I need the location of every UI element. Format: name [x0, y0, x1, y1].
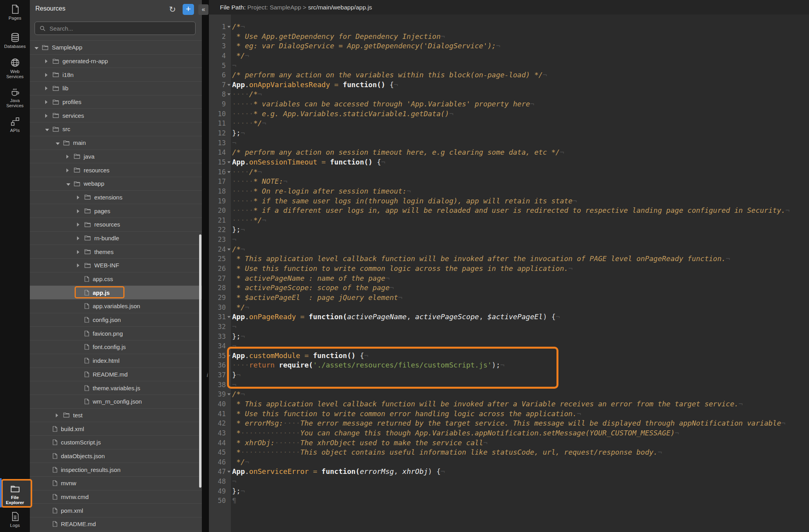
tree-item-app.js[interactable]: app.js: [30, 286, 202, 300]
caret-right-icon[interactable]: [66, 153, 74, 160]
line-number: 4: [209, 51, 231, 61]
caret-right-icon[interactable]: [77, 194, 84, 201]
tree-item-web-inf[interactable]: WEB-INF: [30, 259, 202, 272]
tree-item-mvnw.cmd[interactable]: mvnw.cmd: [30, 490, 202, 504]
tree-item-java[interactable]: java: [30, 150, 202, 164]
tree-item-services[interactable]: services: [30, 109, 202, 122]
caret-right-icon[interactable]: [77, 249, 84, 255]
tree-item-main[interactable]: main: [30, 136, 202, 150]
search-input[interactable]: [49, 25, 195, 32]
file-icon: [84, 344, 89, 350]
caret-down-icon[interactable]: [45, 126, 53, 132]
rail-item-apis[interactable]: APIs: [0, 116, 30, 133]
fold-arrow-icon[interactable]: [227, 393, 231, 395]
caret-right-icon[interactable]: [56, 412, 63, 419]
tree-item-wm-rn-config.json[interactable]: wm_rn_config.json: [30, 395, 202, 409]
caret-right-icon[interactable]: [66, 167, 74, 174]
tree-item-build.xml[interactable]: build.xml: [30, 422, 202, 436]
caret-right-icon[interactable]: [77, 262, 84, 269]
eol-marker: ¬: [232, 235, 236, 243]
code-line: ¶: [232, 496, 809, 506]
rail-item-java-services[interactable]: JavaServices: [0, 86, 30, 108]
tree-item-font.config.js[interactable]: font.config.js: [30, 340, 202, 354]
rail-item-web-services[interactable]: WebServices: [0, 57, 30, 79]
fold-arrow-icon[interactable]: [227, 316, 231, 318]
code-area[interactable]: 1234567891011121314151617181920212223242…: [209, 15, 809, 532]
tree-item-label: src: [62, 126, 70, 132]
tree-item-app.variables.json[interactable]: app.variables.json: [30, 300, 202, 313]
tree-item-resources[interactable]: resources: [30, 163, 202, 177]
line-number: 41: [209, 409, 231, 419]
collapse-panel-icon[interactable]: «: [198, 4, 209, 15]
tree-item-i18n[interactable]: i18n: [30, 68, 202, 82]
tree-item-config.json[interactable]: config.json: [30, 313, 202, 327]
tree-item-profiles[interactable]: profiles: [30, 95, 202, 109]
fold-arrow-icon[interactable]: [227, 26, 231, 28]
tree-item-label: wm_rn_config.json: [93, 398, 142, 405]
eol-marker: ¬: [241, 129, 245, 137]
tree-item-mvnw[interactable]: mvnw: [30, 477, 202, 490]
fold-arrow-icon[interactable]: [227, 249, 231, 250]
add-resource-button[interactable]: +: [183, 4, 194, 15]
tree-scrollbar-thumb[interactable]: [199, 234, 201, 488]
tree-item-lib[interactable]: lib: [30, 82, 202, 95]
caret-down-icon[interactable]: [66, 180, 74, 187]
fold-arrow-icon[interactable]: [227, 161, 231, 163]
tree-item-src[interactable]: src: [30, 122, 202, 136]
caret-right-icon[interactable]: [77, 208, 84, 214]
caret-down-icon[interactable]: [56, 139, 63, 146]
caret-right-icon[interactable]: [45, 71, 53, 78]
caret-right-icon[interactable]: [45, 99, 53, 105]
tree-item-favicon.png[interactable]: favicon.png: [30, 327, 202, 340]
tree-item-dataobjects.json[interactable]: dataObjects.json: [30, 450, 202, 463]
rail-item-pages[interactable]: Pages: [0, 4, 30, 21]
caret-right-icon[interactable]: [77, 221, 84, 228]
tree-item-rn-bundle[interactable]: rn-bundle: [30, 232, 202, 245]
caret-right-icon[interactable]: [45, 58, 53, 64]
refresh-icon[interactable]: ↻: [167, 4, 178, 15]
tree-item-inspection-results.json[interactable]: inspection_results.json: [30, 463, 202, 477]
active-rail-indicator: [0, 478, 2, 507]
tree-item-readme.md[interactable]: README.md: [30, 368, 202, 382]
line-number: 14: [209, 148, 231, 157]
code-line: ¬: [232, 235, 809, 245]
fold-arrow-icon[interactable]: [227, 355, 231, 357]
caret-right-icon[interactable]: [45, 85, 53, 91]
tree-item-theme.variables.js[interactable]: theme.variables.js: [30, 381, 202, 395]
rail-item-file-explorer[interactable]: FileExplorer: [0, 480, 30, 508]
eol-marker: ¬: [785, 206, 790, 214]
tree-item-themes[interactable]: themes: [30, 245, 202, 259]
fold-arrow-icon[interactable]: [227, 171, 231, 173]
tree-item-label: README.md: [93, 371, 128, 378]
line-number: 7: [209, 80, 231, 90]
fold-arrow-icon[interactable]: [227, 471, 231, 473]
caret-right-icon[interactable]: [77, 235, 84, 241]
tree-item-generated-rn-app[interactable]: generated-rn-app: [30, 55, 202, 68]
folder-icon: [84, 222, 91, 227]
eol-marker: ¬: [556, 313, 560, 321]
fold-arrow-icon[interactable]: [227, 93, 231, 95]
caret-right-icon[interactable]: [45, 112, 53, 119]
tree-item-customscript.js[interactable]: customScript.js: [30, 436, 202, 450]
code-line: /*¬: [232, 389, 809, 399]
tree-item-pom.xml[interactable]: pom.xml: [30, 504, 202, 517]
code-line: ¬: [232, 138, 809, 148]
file-icon: [84, 385, 89, 391]
file-icon: [53, 453, 57, 459]
tree-item-readme.md[interactable]: README.md: [30, 517, 202, 531]
tree-item-webapp[interactable]: webapp: [30, 177, 202, 191]
tree-item-test[interactable]: test: [30, 409, 202, 422]
caret-down-icon[interactable]: [35, 44, 42, 51]
tree-item-resources[interactable]: resources: [30, 218, 202, 232]
fold-arrow-icon[interactable]: [227, 84, 231, 86]
rail-item-databases[interactable]: Databases: [0, 32, 30, 49]
line-number: 26: [209, 264, 231, 274]
tree-item-sampleapp[interactable]: SampleApp: [30, 41, 202, 55]
tree-item-index.html[interactable]: index.html: [30, 354, 202, 368]
rail-item-logs[interactable]: Logs: [0, 511, 30, 528]
tree-item-extensions[interactable]: extensions: [30, 191, 202, 205]
tree-item-pages[interactable]: pages: [30, 204, 202, 218]
code-content[interactable]: /*¬ * Use App.getDependency for Dependen…: [231, 15, 809, 532]
tree-item-app.css[interactable]: app.css: [30, 272, 202, 286]
eol-marker: ¬: [385, 274, 390, 282]
